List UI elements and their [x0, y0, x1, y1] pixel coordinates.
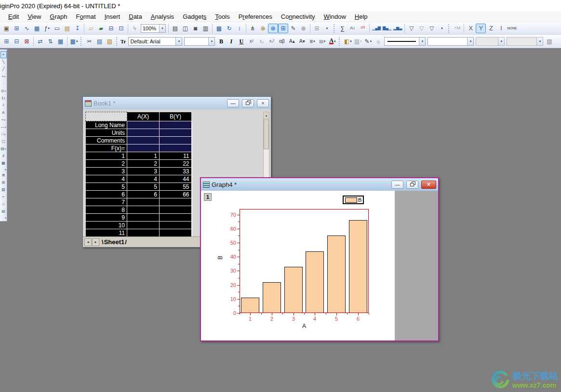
zoom-level-combo[interactable]: 100%▾ [141, 24, 166, 33]
dropdown-arrow-icon[interactable]: ▾ [175, 38, 182, 45]
book1-minimize-button[interactable]: — [227, 99, 239, 107]
new-matrix-button[interactable]: ▦ [32, 24, 42, 33]
graph4-restore-button[interactable] [406, 181, 418, 189]
sub-superscript-button[interactable]: x₁² [267, 37, 277, 46]
region-select-tool-icon[interactable]: ⌇ [0, 102, 7, 109]
circle-tool-icon[interactable]: ▢ [0, 138, 7, 145]
dropdown-arrow-icon[interactable]: ▾ [419, 38, 425, 45]
book1-restore-button[interactable] [242, 99, 254, 107]
row-header[interactable]: Long Name [86, 121, 127, 129]
graph4-titlebar[interactable]: Graph4 * — × [201, 178, 438, 191]
zoom-pan-tool-button[interactable]: ⊕ [258, 24, 268, 33]
sort-column-button[interactable]: A↕ [347, 24, 358, 33]
reapply-filter-button[interactable]: ▽ [427, 24, 437, 33]
menu-data[interactable]: Data [124, 12, 146, 22]
line-tool-icon[interactable]: —▾ [0, 123, 7, 131]
scrollbar-thumb[interactable] [264, 119, 269, 149]
annotation-tool-icon[interactable]: ╱ [0, 65, 7, 73]
statistics-on-rows-button[interactable]: ▁▄▇ [371, 24, 382, 33]
set-as-y-button[interactable]: Y [476, 24, 486, 33]
edit-mode-button[interactable]: ✎ [288, 24, 298, 33]
row-header[interactable]: F(x)= [86, 144, 127, 152]
column-header[interactable]: B(Y) [160, 112, 192, 121]
screen-reader-tool-icon[interactable]: ╲ [0, 58, 7, 65]
data-filter-button[interactable]: ▽ [406, 24, 416, 33]
alignment-button[interactable]: ≡▾ [307, 37, 317, 46]
copy-format-button[interactable]: ▩▾ [69, 37, 79, 46]
cell-b[interactable]: 44 [160, 175, 192, 183]
menu-gadgets[interactable]: Gadgets [178, 12, 211, 22]
underline-button[interactable]: U [236, 37, 246, 46]
window-titlebar[interactable]: iginPro 2020 (Expired) 64-bit - UNTITLED… [0, 0, 561, 12]
legend[interactable]: B [343, 196, 364, 204]
menu-edit[interactable]: Edit [4, 12, 23, 22]
insert-table-tool-icon[interactable]: ▤ [0, 208, 7, 215]
font-size-combo[interactable]: ▾ [184, 37, 215, 46]
new-layout-button[interactable]: ▭ [52, 24, 62, 33]
font-color-button[interactable]: A▾ [327, 37, 337, 46]
extract-layer-tool-icon[interactable]: ▧ [0, 186, 7, 193]
cell-b[interactable]: 22 [160, 160, 192, 168]
line-style-combo[interactable]: ▾ [384, 37, 426, 46]
text-tool-icon[interactable]: A [0, 109, 7, 116]
menu-window[interactable]: Window [320, 12, 350, 22]
save-project-button[interactable]: ⊟ [106, 24, 116, 33]
menu-insert[interactable]: Insert [100, 12, 125, 22]
toolbar-options-2-button[interactable]: ▾ [437, 24, 447, 33]
new-project-button[interactable]: ▣ [1, 24, 12, 33]
set-as-disregard-button[interactable]: I [496, 24, 506, 33]
arrow-tool-icon[interactable]: ⌐▾ [0, 116, 7, 123]
row-header[interactable]: 7 [86, 198, 127, 206]
video-builder-button[interactable]: ▥ [200, 24, 211, 33]
row-header[interactable]: 3 [86, 168, 127, 175]
hatch-handle-button[interactable]: ▨ [544, 37, 554, 46]
row-header[interactable]: 6 [86, 191, 127, 198]
increase-font-size-button[interactable]: A▴ [287, 37, 297, 46]
merge-layers-tool-icon[interactable]: ⌐ [0, 193, 7, 200]
insert-graph-tool-icon[interactable]: ▦ [0, 159, 7, 167]
bold-button[interactable]: B [216, 37, 226, 46]
scroll-up-icon[interactable]: ▴ [264, 112, 269, 119]
border-style-combo[interactable]: ▾ [427, 37, 474, 46]
add-enumeration-column-button[interactable]: ⊞ [1, 37, 12, 46]
dropdown-arrow-icon[interactable]: ▾ [159, 25, 165, 32]
row-header[interactable]: 5 [86, 183, 127, 191]
row-header[interactable]: 2 [86, 160, 127, 168]
sheet-prev-icon[interactable]: ◂ [84, 238, 92, 246]
row-header[interactable]: Units [86, 129, 127, 137]
cell-b[interactable] [160, 229, 192, 237]
pointer-tool-icon[interactable]: ⌖ [0, 51, 7, 58]
column-header[interactable]: A(X) [127, 112, 160, 121]
layer-tool-icon[interactable]: ≣ [0, 171, 7, 179]
toolbar-drag-handle[interactable] [80, 37, 83, 46]
cell-b[interactable] [160, 129, 192, 137]
menu-view[interactable]: View [23, 12, 45, 22]
cell-b[interactable] [160, 214, 192, 222]
fill-color-button[interactable]: ◧▾ [343, 37, 353, 46]
font-combo[interactable]: Default: Arial▾ [128, 37, 182, 46]
cell-a[interactable] [127, 214, 160, 222]
draw-data-tool-icon[interactable]: ξ▾ [0, 94, 7, 102]
sheet-tab[interactable]: \ Sheet1 / [102, 238, 127, 246]
toolbar-options-button[interactable]: ▾ [322, 24, 332, 33]
cell-a[interactable]: 3 [127, 168, 160, 175]
new-workbook-button[interactable]: ⊞ [12, 24, 22, 33]
frequency-count-button[interactable]: ▂▆▃ [392, 24, 403, 33]
duplicate-window-button[interactable]: ▩ [214, 24, 224, 33]
toolbar-drag-handle[interactable] [339, 37, 341, 46]
toolbar-drag-handle[interactable] [116, 37, 119, 46]
save-window-as-button[interactable]: ⊡ [116, 24, 126, 33]
cell-b[interactable] [160, 198, 192, 206]
set-column-values-button[interactable]: ⊟ [12, 37, 22, 46]
mask-tool-icon[interactable]: ◎▾ [0, 87, 7, 94]
row-header[interactable]: 9 [86, 214, 127, 222]
corner-cell[interactable] [86, 112, 127, 121]
greek-symbols-button[interactable]: αβ [277, 37, 287, 46]
graph4-window[interactable]: Graph4 * — × 010203040506070123456 B A B… [200, 177, 439, 341]
cell-a[interactable] [127, 137, 160, 144]
dropdown-arrow-icon[interactable]: ▾ [208, 38, 214, 45]
menu-help[interactable]: Help [350, 12, 372, 22]
cell-b[interactable] [160, 222, 192, 229]
cell-a[interactable] [127, 206, 160, 214]
toolbar-drag-handle[interactable] [448, 24, 451, 33]
